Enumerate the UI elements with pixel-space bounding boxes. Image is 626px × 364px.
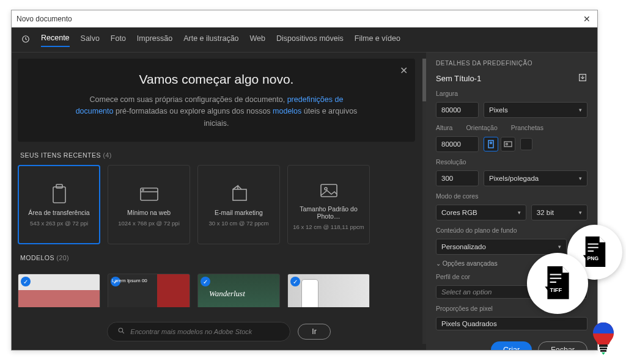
svg-rect-21	[550, 278, 562, 279]
stock-search[interactable]	[107, 322, 290, 341]
color-mode-select[interactable]: Cores RGB▾	[436, 205, 526, 220]
svg-point-5	[142, 189, 144, 191]
svg-rect-6	[233, 189, 246, 200]
tab-impressao[interactable]: Impressão	[137, 34, 172, 46]
svg-rect-20	[550, 274, 562, 275]
width-field[interactable]: 80000	[436, 102, 479, 118]
chevron-down-icon: ▾	[579, 209, 582, 216]
svg-rect-25	[600, 348, 607, 349]
category-tabs: Recente Salvo Foto Impressão Arte e ilus…	[12, 27, 597, 53]
orientation-label: Orientação	[466, 124, 497, 131]
orientation-toggle	[484, 137, 515, 151]
tab-web[interactable]: Web	[250, 34, 265, 46]
units-select[interactable]: Pixels▾	[484, 102, 587, 118]
search-icon	[117, 326, 125, 337]
search-input[interactable]	[130, 328, 280, 335]
svg-line-11	[122, 332, 124, 333]
tab-arte[interactable]: Arte e ilustração	[183, 34, 238, 46]
svg-rect-1	[53, 187, 65, 203]
chevron-down-icon: ▾	[558, 244, 561, 250]
tab-salvo[interactable]: Salvo	[81, 34, 100, 46]
close-button[interactable]: Fechar	[538, 341, 587, 350]
preset-photo-size[interactable]: Tamanho Padrão do Photo… 16 x 12 cm @ 11…	[287, 165, 370, 244]
scrollbar[interactable]	[422, 59, 426, 344]
preset-clipboard[interactable]: Área de transferência 543 x 263 px @ 72 …	[18, 165, 100, 244]
svg-rect-22	[550, 282, 556, 283]
tab-foto[interactable]: Foto	[111, 34, 126, 46]
resolution-field[interactable]: 300	[436, 170, 479, 186]
svg-rect-16	[588, 244, 598, 245]
background-label: Conteúdo do plano de fundo	[436, 227, 587, 234]
check-icon	[201, 277, 210, 286]
artboards-label: Pranchetas	[511, 124, 543, 131]
chevron-down-icon: ▾	[579, 175, 582, 181]
resolution-label: Resolução	[436, 158, 587, 166]
svg-text:TIFF: TIFF	[550, 287, 562, 293]
save-preset-icon[interactable]	[578, 73, 587, 84]
lightbulb-icon	[589, 320, 617, 355]
width-label: Largura	[436, 90, 587, 97]
window-close-button[interactable]: ✕	[581, 13, 592, 24]
check-icon	[111, 277, 120, 286]
hero-panel: ✕ Vamos começar algo novo. Comece com su…	[18, 59, 415, 142]
chevron-down-icon: ▾	[579, 107, 582, 113]
height-field[interactable]: 80000	[436, 136, 479, 152]
height-label: Altura	[436, 124, 452, 131]
svg-line-7	[238, 186, 241, 189]
titlebar: Novo documento ✕	[12, 10, 597, 27]
tiff-badge: TIFF	[527, 253, 588, 314]
hero-close-icon[interactable]: ✕	[400, 65, 408, 76]
preset-web-min[interactable]: Mínimo na web 1024 x 768 px @ 72 ppi	[108, 165, 190, 244]
content-area: ✕ Vamos começar algo novo. Comece com su…	[12, 53, 597, 350]
hero-title: Vamos começar algo novo.	[36, 72, 397, 87]
window-title: Novo documento	[17, 15, 581, 23]
tab-dispositivos[interactable]: Dispositivos móveis	[276, 34, 344, 46]
svg-point-13	[490, 142, 492, 144]
clipboard-icon	[47, 183, 72, 205]
templates-row	[18, 274, 415, 307]
recent-label: SEUS ITENS RECENTES (4)	[20, 151, 418, 159]
go-button[interactable]: Ir	[298, 324, 330, 340]
new-document-window: Novo documento ✕ Recente Salvo Foto Impr…	[11, 10, 598, 351]
create-button[interactable]: Criar	[491, 341, 532, 350]
templates-link[interactable]: modelos	[273, 107, 301, 115]
resolution-units-select[interactable]: Pixels/polegada▾	[484, 170, 587, 186]
svg-rect-17	[588, 247, 598, 248]
panel-footer: Criar Fechar	[436, 335, 587, 350]
background-select[interactable]: Personalizado▾	[436, 239, 567, 255]
orientation-portrait[interactable]	[484, 137, 498, 151]
check-icon	[290, 277, 300, 286]
svg-point-15	[506, 144, 508, 145]
search-row: Ir	[18, 312, 420, 350]
template-item[interactable]	[108, 274, 190, 307]
left-pane: ✕ Vamos começar algo novo. Comece com su…	[12, 53, 426, 350]
tab-filme[interactable]: Filme e vídeo	[355, 34, 400, 46]
templates-label: MODELOS (20)	[20, 254, 418, 261]
dialog-body: Recente Salvo Foto Impressão Arte e ilus…	[12, 27, 597, 350]
svg-rect-3	[141, 188, 158, 200]
image-icon	[317, 180, 341, 202]
panel-header: DETALHES DA PREDEFINIÇÃO	[436, 60, 587, 67]
svg-rect-18	[588, 250, 594, 252]
tab-recente[interactable]: Recente	[41, 34, 70, 47]
template-item[interactable]	[18, 274, 100, 307]
scrollbar-thumb[interactable]	[422, 59, 426, 101]
svg-point-10	[119, 328, 123, 332]
template-item[interactable]	[287, 274, 370, 307]
recent-presets: Área de transferência 543 x 263 px @ 72 …	[18, 165, 415, 244]
artboards-checkbox[interactable]	[520, 138, 532, 150]
svg-rect-2	[56, 184, 62, 188]
template-item[interactable]	[197, 274, 280, 307]
orientation-landscape[interactable]	[501, 137, 515, 151]
browser-icon	[137, 183, 161, 205]
clock-icon	[21, 35, 30, 46]
svg-point-9	[325, 187, 327, 190]
bit-depth-select[interactable]: 32 bit▾	[531, 205, 587, 220]
svg-rect-26	[600, 350, 606, 352]
doc-name[interactable]: Sem Título-1	[436, 74, 481, 83]
hero-text: Comece com suas próprias configurações d…	[70, 94, 363, 129]
pixel-ratio-select[interactable]: Pixels Quadrados	[436, 317, 587, 330]
preset-email[interactable]: E-mail marketing 30 x 10 cm @ 72 ppcm	[197, 165, 280, 244]
folded-doc-icon	[227, 183, 251, 205]
color-mode-label: Modo de cores	[436, 192, 587, 200]
